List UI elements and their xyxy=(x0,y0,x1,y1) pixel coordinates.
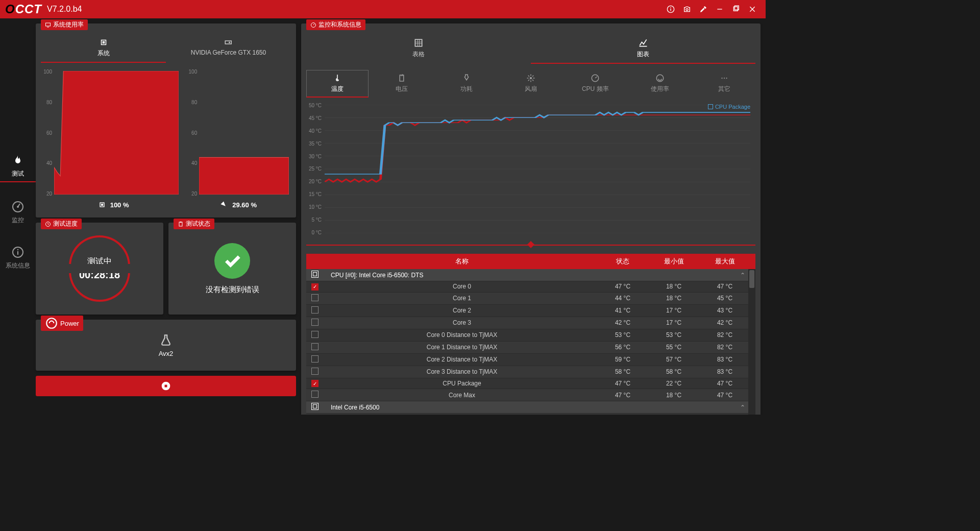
cpu-icon xyxy=(98,201,106,209)
settings-button[interactable] xyxy=(695,1,712,17)
test-progress-panel: 测试进度 测试中 00:28:18 xyxy=(36,223,163,315)
row-checkbox[interactable] xyxy=(311,306,318,313)
app-logo: OCCT xyxy=(5,2,42,16)
sidebar-item-label: 监控 xyxy=(12,216,24,225)
svg-rect-15 xyxy=(225,41,231,44)
cpu-icon xyxy=(99,38,108,47)
chart-slider[interactable] xyxy=(306,239,755,250)
svg-rect-10 xyxy=(17,251,18,255)
clipboard-icon xyxy=(178,221,184,227)
flask-icon xyxy=(159,333,173,347)
chart-icon xyxy=(638,38,648,48)
view-tab-chart[interactable]: 图表 xyxy=(531,34,755,64)
stop-icon xyxy=(161,381,171,391)
sidebar-item-sysinfo[interactable]: 系统信息 xyxy=(0,243,36,273)
panel-tag: Power xyxy=(41,316,83,331)
row-checkbox[interactable] xyxy=(311,283,318,291)
close-button[interactable] xyxy=(744,1,761,17)
table-row[interactable]: Core 241 °C17 °C43 °C xyxy=(306,305,755,317)
gpu-icon xyxy=(224,38,233,47)
check-icon xyxy=(214,243,250,279)
table-row[interactable]: Core Max47 °C18 °C47 °C xyxy=(306,389,755,401)
sidebar-item-monitor[interactable]: 监控 xyxy=(0,198,36,228)
svg-rect-5 xyxy=(733,7,738,11)
info-icon xyxy=(12,246,24,258)
clock-icon xyxy=(45,221,51,227)
row-checkbox[interactable] xyxy=(311,391,318,398)
test-status-panel: 测试状态 没有检测到错误 xyxy=(168,223,296,315)
table-row[interactable]: CPU [#0]: Intel Core i5-6500: DTS⌃ xyxy=(306,269,755,281)
metric-tab-6[interactable]: 其它 xyxy=(693,70,755,98)
table-row[interactable]: Core 047 °C18 °C47 °C xyxy=(306,281,755,293)
svg-rect-21 xyxy=(180,222,182,223)
scrollbar[interactable] xyxy=(748,269,755,415)
svg-rect-18 xyxy=(101,204,103,206)
table-row[interactable]: Core 144 °C18 °C45 °C xyxy=(306,293,755,305)
row-checkbox[interactable] xyxy=(311,380,318,387)
maximize-button[interactable] xyxy=(728,1,744,17)
svg-point-33 xyxy=(724,78,725,79)
row-checkbox[interactable] xyxy=(311,294,318,301)
metric-tab-3[interactable]: 风扇 xyxy=(500,70,562,98)
svg-point-34 xyxy=(726,78,727,79)
legend-cpu-package[interactable]: CPU Package xyxy=(708,104,750,110)
sidebar-item-test[interactable]: 测试 xyxy=(0,151,36,182)
monitor-icon xyxy=(45,22,51,28)
svg-rect-14 xyxy=(102,41,105,44)
metric-tab-1[interactable]: 电压 xyxy=(371,70,433,98)
table-row[interactable]: CPU Package47 °C22 °C47 °C xyxy=(306,378,755,390)
svg-point-8 xyxy=(17,206,19,208)
scrollbar-thumb[interactable] xyxy=(749,270,754,288)
memory-icon xyxy=(220,201,228,209)
panel-tag: 测试进度 xyxy=(41,219,82,229)
power-label: Avx2 xyxy=(159,350,174,357)
sidebar-item-label: 测试 xyxy=(12,170,24,178)
table-row[interactable]: Core 1 Distance to TjMAX56 °C55 °C82 °C xyxy=(306,342,755,354)
table-row[interactable]: Core 3 Distance to TjMAX58 °C58 °C83 °C xyxy=(306,366,755,378)
svg-point-32 xyxy=(721,78,722,79)
metric-tab-4[interactable]: CPU 频率 xyxy=(564,70,626,98)
row-checkbox[interactable] xyxy=(311,331,318,338)
svg-rect-26 xyxy=(415,39,422,46)
monitor-panel: 监控和系统信息 表格 图表 温度电压功耗风扇CPU 频率使用率其它 50 °C4… xyxy=(301,23,761,415)
app-version: V7.2.0.b4 xyxy=(47,5,82,14)
usage-tab-gpu[interactable]: NVIDIA GeForce GTX 1650 xyxy=(166,34,291,63)
stop-test-button[interactable] xyxy=(36,376,296,396)
screenshot-button[interactable] xyxy=(679,1,695,17)
row-checkbox[interactable] xyxy=(311,355,318,363)
table-row[interactable]: Core 2 Distance to TjMAX59 °C57 °C83 °C xyxy=(306,354,755,366)
metric-tab-5[interactable]: 使用率 xyxy=(628,70,691,98)
svg-rect-12 xyxy=(46,23,51,26)
cpu-usage-chart: 10080604020 xyxy=(41,69,181,197)
table-row[interactable]: Core 0 Distance to TjMAX53 °C53 °C82 °C xyxy=(306,329,755,342)
row-checkbox[interactable] xyxy=(311,319,318,326)
sidebar-item-label: 系统信息 xyxy=(6,261,30,270)
svg-rect-6 xyxy=(734,6,739,10)
usage-tab-system[interactable]: 系统 xyxy=(41,34,166,63)
svg-point-11 xyxy=(17,249,18,250)
svg-point-3 xyxy=(686,9,688,11)
table-row[interactable]: CPU Package47 °C22 °C47 °C xyxy=(306,414,755,415)
titlebar: OCCT V7.2.0.b4 xyxy=(0,0,766,18)
info-button[interactable] xyxy=(663,1,679,17)
gauge-icon xyxy=(310,22,316,28)
svg-point-16 xyxy=(229,42,230,43)
svg-rect-24 xyxy=(165,385,167,388)
panel-tag: 系统使用率 xyxy=(41,19,88,30)
svg-point-2 xyxy=(670,7,671,8)
svg-point-29 xyxy=(530,77,532,80)
sensor-table: 名称 状态 最小值 最大值 CPU [#0]: Intel Core i5-65… xyxy=(306,254,755,415)
metric-tab-2[interactable]: 功耗 xyxy=(435,70,498,98)
memory-usage-chart: 10080604020 xyxy=(186,69,291,197)
svg-rect-20 xyxy=(179,222,182,226)
view-tab-table[interactable]: 表格 xyxy=(306,34,531,64)
row-checkbox[interactable] xyxy=(311,368,318,375)
cpu-usage-value: 100 % xyxy=(41,201,186,209)
status-text: 没有检测到错误 xyxy=(206,285,259,295)
table-row[interactable]: Core 342 °C17 °C42 °C xyxy=(306,317,755,329)
minimize-button[interactable] xyxy=(712,1,728,17)
metric-tab-0[interactable]: 温度 xyxy=(306,70,369,98)
temperature-chart: 50 °C45 °C40 °C35 °C30 °C25 °C20 °C15 °C… xyxy=(306,103,755,235)
table-row[interactable]: Intel Core i5-6500⌃ xyxy=(306,401,755,414)
row-checkbox[interactable] xyxy=(311,343,318,350)
